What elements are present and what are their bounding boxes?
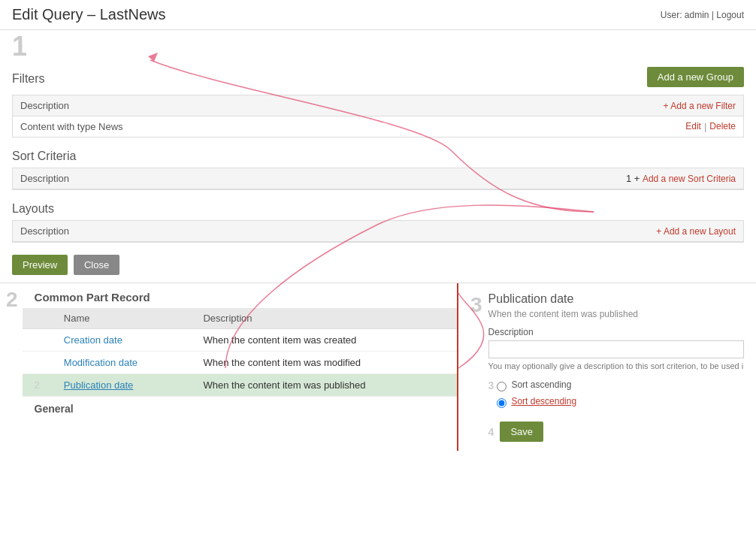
sort-criteria-title: Sort Criteria xyxy=(12,150,744,163)
user-info: User: admin | Logout xyxy=(661,10,744,20)
desc-input[interactable] xyxy=(488,340,744,358)
desc-label: Description xyxy=(488,327,744,337)
creation-date-link[interactable]: Creation date xyxy=(64,334,122,346)
bottom-area: 2 Common Part Record Name Description xyxy=(0,283,756,451)
filters-section: Filters Add a new Group Description + Ad… xyxy=(12,63,744,138)
layouts-title: Layouts xyxy=(12,202,744,216)
sort-order-group: 3 Sort ascending Sort descending xyxy=(488,379,744,413)
right-panel-title: Publication date xyxy=(488,292,744,306)
add-filter-link[interactable]: + Add a new Filter xyxy=(664,101,736,111)
layouts-table-header: Description + Add a new Layout xyxy=(13,221,743,242)
logout-link[interactable]: Logout xyxy=(716,10,744,20)
sort-descending-option: Sort descending xyxy=(497,396,576,410)
modification-date-desc: When the content item was modified xyxy=(191,352,457,374)
creation-date-desc: When the content item was created xyxy=(191,329,457,352)
action-buttons: Preview Close xyxy=(12,255,744,275)
page-title: Edit Query – LastNews xyxy=(12,6,166,23)
save-button[interactable]: Save xyxy=(500,422,543,442)
right-panel: 3 Publication date When the content item… xyxy=(458,283,756,451)
filter-row-text: Content with type News xyxy=(20,121,123,132)
layouts-section: Layouts Description + Add a new Layout xyxy=(12,202,744,243)
sort-criteria-col-desc: Description xyxy=(20,173,69,184)
add-group-button[interactable]: Add a new Group xyxy=(647,67,744,87)
sort-criteria-add-prefix: 1 + Add a new Sort Criteria xyxy=(626,173,736,184)
sort-criteria-list-table: Name Description Creation date When the … xyxy=(23,308,457,397)
list-col-name: Name xyxy=(52,308,192,329)
desc-help-text: You may optionally give a description to… xyxy=(488,361,744,370)
step-3-radio-label: 3 xyxy=(488,379,494,391)
filter-row-1: Content with type News Edit | Delete xyxy=(13,116,743,137)
filters-title: Filters xyxy=(12,72,45,86)
step-3-number: 3 xyxy=(470,292,482,318)
delete-filter-link[interactable]: Delete xyxy=(709,121,736,132)
list-table-header-row: Name Description xyxy=(23,308,457,329)
sort-descending-radio[interactable] xyxy=(497,398,507,408)
user-label: User: admin xyxy=(661,10,709,20)
filters-table: Description + Add a new Filter Content w… xyxy=(12,95,744,138)
add-layout-link[interactable]: + Add a new Layout xyxy=(656,226,736,237)
left-panel-title: Common Part Record xyxy=(23,283,457,308)
sort-ascending-label: Sort ascending xyxy=(511,379,571,390)
list-col-desc: Description xyxy=(191,308,457,329)
sort-ascending-option: Sort ascending xyxy=(497,379,576,393)
layouts-col-desc: Description xyxy=(20,225,69,237)
step-1-number: 1 xyxy=(0,30,756,63)
filters-table-header: Description + Add a new Filter xyxy=(13,95,743,116)
close-button[interactable]: Close xyxy=(74,255,119,275)
list-row-publication: 2 Publication date When the content item… xyxy=(23,374,457,397)
layouts-table: Description + Add a new Layout xyxy=(12,220,744,243)
sort-descending-label: Sort descending xyxy=(511,396,576,407)
general-section-header: General xyxy=(23,397,457,418)
sort-criteria-section: Sort Criteria Description 1 + Add a new … xyxy=(12,150,744,190)
list-row-modification: Modification date When the content item … xyxy=(23,352,457,374)
filter-row-actions: Edit | Delete xyxy=(685,121,736,132)
publication-date-link[interactable]: Publication date xyxy=(64,379,134,391)
list-col-num xyxy=(23,308,52,329)
publication-date-desc: When the content item was published xyxy=(191,374,457,397)
sort-ascending-radio[interactable] xyxy=(497,382,507,391)
filters-col-desc: Description xyxy=(20,100,69,111)
preview-button[interactable]: Preview xyxy=(12,255,68,275)
add-sort-criteria-link[interactable]: Add a new Sort Criteria xyxy=(643,174,736,184)
right-panel-subtitle: When the content item was published xyxy=(488,309,744,319)
sort-criteria-header: Description 1 + Add a new Sort Criteria xyxy=(13,168,743,189)
step-4-label: 4 xyxy=(488,426,494,438)
edit-filter-link[interactable]: Edit xyxy=(685,121,701,132)
modification-date-link[interactable]: Modification date xyxy=(64,357,138,368)
left-panel: 2 Common Part Record Name Description xyxy=(0,283,458,451)
list-row-creation: Creation date When the content item was … xyxy=(23,329,457,352)
step-2-number: 2 xyxy=(0,283,23,312)
sort-criteria-table: Description 1 + Add a new Sort Criteria xyxy=(12,168,744,190)
